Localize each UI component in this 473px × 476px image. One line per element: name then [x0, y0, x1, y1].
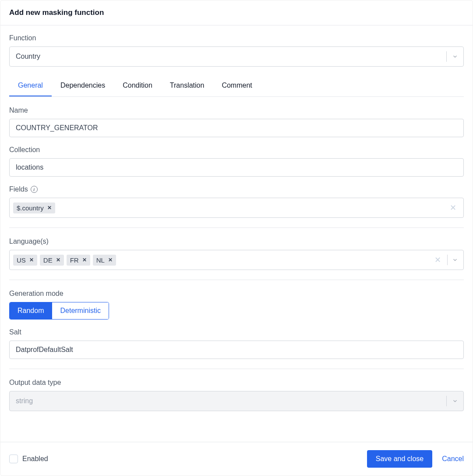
languages-tag-fr: FR ✕	[67, 255, 90, 266]
languages-dropdown-indicator[interactable]	[447, 255, 460, 265]
tag-remove-icon[interactable]: ✕	[56, 257, 60, 263]
tag-remove-icon[interactable]: ✕	[47, 205, 52, 211]
languages-field-group: Language(s) US ✕ DE ✕ FR ✕ NL ✕	[9, 238, 464, 270]
fields-input[interactable]: $.country ✕ ✕	[9, 198, 464, 218]
languages-tag-de: DE ✕	[40, 255, 64, 266]
chevron-down-icon	[452, 257, 458, 263]
tabs: General Dependencies Condition Translati…	[9, 75, 464, 97]
languages-label: Language(s)	[9, 238, 464, 245]
cancel-button[interactable]: Cancel	[442, 455, 464, 463]
tag-label: NL	[96, 256, 105, 264]
output-type-indicator	[446, 396, 463, 406]
divider	[9, 280, 464, 280]
fields-label: Fields	[9, 185, 28, 193]
tag-label: DE	[43, 256, 53, 264]
chevron-down-icon	[452, 53, 458, 60]
function-select-value: Country	[10, 53, 446, 60]
function-label: Function	[9, 34, 464, 42]
modal-header: Add new masking function	[0, 0, 473, 25]
segment-random[interactable]: Random	[10, 302, 52, 319]
modal-title: Add new masking function	[9, 8, 464, 17]
collection-label: Collection	[9, 146, 464, 154]
clear-icon[interactable]: ✕	[431, 255, 445, 265]
chevron-down-icon	[452, 398, 458, 404]
generation-mode-label: Generation mode	[9, 290, 464, 298]
fields-field-group: Fields i $.country ✕ ✕	[9, 185, 464, 218]
segment-deterministic[interactable]: Deterministic	[52, 302, 108, 319]
enabled-label: Enabled	[22, 455, 48, 463]
footer-left: Enabled	[9, 455, 48, 463]
modal-body: Function Country General Dependencies Co…	[0, 25, 473, 442]
tab-translation[interactable]: Translation	[161, 75, 213, 96]
output-type-label: Output data type	[9, 379, 464, 387]
enabled-checkbox[interactable]	[9, 455, 18, 463]
fields-tag: $.country ✕	[13, 202, 55, 213]
function-select-indicator	[446, 51, 463, 62]
tag-remove-icon[interactable]: ✕	[108, 257, 113, 263]
salt-field-group: Salt	[9, 328, 464, 359]
function-select[interactable]: Country	[9, 46, 464, 67]
divider	[9, 369, 464, 369]
salt-input[interactable]	[9, 341, 464, 359]
generation-mode-group: Generation mode Random Deterministic	[9, 290, 464, 320]
tag-label: US	[17, 256, 26, 264]
collection-field-group: Collection	[9, 146, 464, 177]
languages-tag-nl: NL ✕	[93, 255, 116, 266]
generation-mode-segmented: Random Deterministic	[9, 302, 109, 320]
info-icon[interactable]: i	[31, 186, 38, 193]
divider	[9, 227, 464, 228]
collection-input[interactable]	[9, 158, 464, 177]
clear-icon[interactable]: ✕	[446, 203, 460, 213]
name-input[interactable]	[9, 119, 464, 137]
tab-condition[interactable]: Condition	[114, 75, 161, 96]
save-button[interactable]: Save and close	[367, 450, 432, 468]
output-type-value: string	[10, 397, 446, 405]
languages-input[interactable]: US ✕ DE ✕ FR ✕ NL ✕ ✕	[9, 250, 464, 270]
salt-label: Salt	[9, 328, 464, 336]
tab-comment[interactable]: Comment	[213, 75, 261, 96]
tab-general[interactable]: General	[9, 75, 52, 96]
tag-remove-icon[interactable]: ✕	[29, 257, 34, 263]
tag-remove-icon[interactable]: ✕	[82, 257, 87, 263]
output-type-group: Output data type string	[9, 379, 464, 411]
languages-tag-us: US ✕	[13, 255, 37, 266]
name-field-group: Name	[9, 107, 464, 137]
output-type-select: string	[9, 391, 464, 411]
tag-label: FR	[70, 256, 79, 264]
name-label: Name	[9, 107, 464, 114]
function-field-group: Function Country	[9, 34, 464, 67]
footer-right: Save and close Cancel	[367, 450, 464, 468]
tab-dependencies[interactable]: Dependencies	[52, 75, 114, 96]
modal-footer: Enabled Save and close Cancel	[0, 442, 473, 476]
tag-label: $.country	[17, 204, 44, 212]
fields-label-row: Fields i	[9, 185, 464, 193]
